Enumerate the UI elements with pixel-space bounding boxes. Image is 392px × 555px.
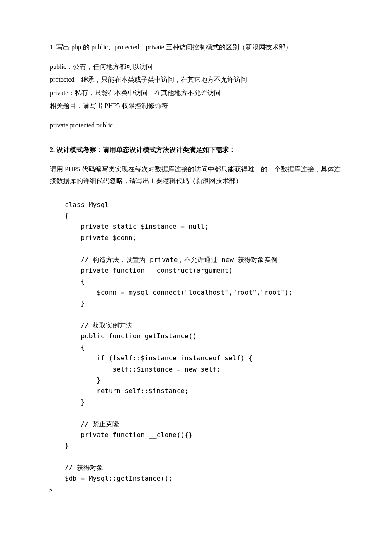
q1-title: 1. 写出 php 的 public、protected、private 三种访…: [50, 42, 342, 53]
close-bracket: >: [49, 484, 342, 496]
q1-answer-line-1: public：公有，任何地方都可以访问: [50, 61, 342, 72]
code-block: class Mysql { private static $instance =…: [65, 200, 342, 484]
spacer: [50, 157, 342, 164]
q1-answer-line-2: protected：继承，只能在本类或子类中访问，在其它地方不允许访问: [50, 74, 342, 85]
spacer: [50, 132, 342, 144]
spacer: [50, 188, 342, 200]
spacer: [50, 113, 342, 120]
q1-answer-line-4: 相关题目：请写出 PHP5 权限控制修饰符: [50, 100, 342, 111]
spacer: [50, 54, 342, 61]
q1-answer-line-3: private：私有，只能在本类中访问，在其他地方不允许访问: [50, 87, 342, 98]
q1-answer-line-5: private protected public: [50, 120, 342, 131]
q2-description: 请用 PHP5 代码编写类实现在每次对数据库连接的访问中都只能获得唯一的一个数据…: [50, 164, 342, 186]
q2-title: 2. 设计模式考察：请用单态设计模式方法设计类满足如下需求：: [50, 144, 342, 155]
